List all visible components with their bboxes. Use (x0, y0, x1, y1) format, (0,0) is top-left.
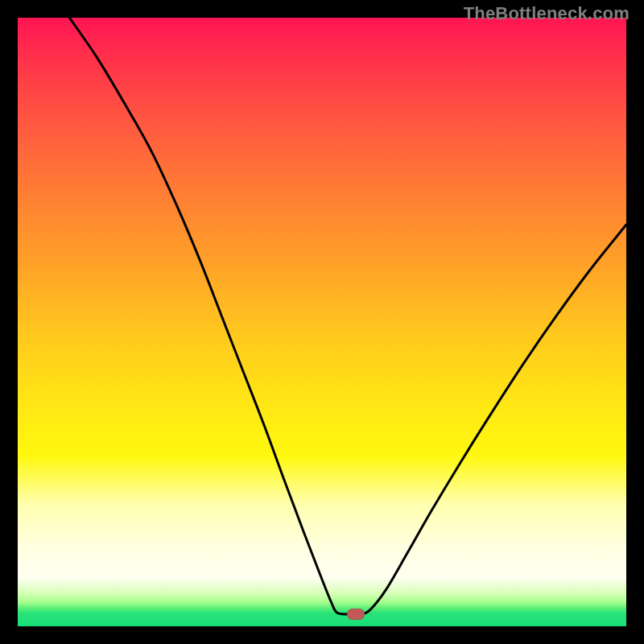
plot-area (18, 18, 626, 626)
watermark-text: TheBottleneck.com (464, 3, 630, 24)
bottleneck-curve-path (69, 18, 626, 614)
valley-marker (347, 609, 365, 620)
curve-svg (18, 18, 626, 626)
chart-frame: TheBottleneck.com (0, 0, 644, 644)
